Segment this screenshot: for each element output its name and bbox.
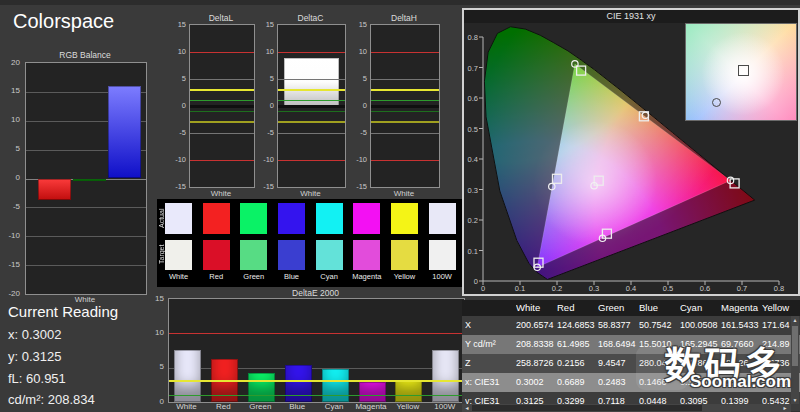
y-tick-label: 0.3: [463, 186, 478, 195]
y-tick-label: 0.7: [463, 64, 478, 73]
swatch-target-magenta: [353, 240, 380, 270]
y-tick-label: 0: [148, 397, 164, 406]
swatch-column-label: Cyan: [311, 272, 348, 281]
table-header-cell: Red: [557, 300, 596, 316]
y-tick-label: 5: [170, 74, 186, 83]
swatch-target-cyan: [316, 240, 343, 270]
swatch-column-label: White: [160, 272, 197, 281]
rgb-balance-plot: [25, 62, 147, 295]
swatch-column-label: Red: [198, 272, 235, 281]
ref-line: [190, 160, 254, 161]
bar-blue: [285, 365, 312, 402]
y-tick-label: -15: [170, 182, 186, 191]
ref-line: [278, 111, 345, 112]
vertical-scroll-thumb[interactable]: [792, 326, 798, 366]
colorspace-window: Colorspace RGB Balance 20151050-5-10-15-…: [0, 0, 800, 412]
table-header-cell: Yellow: [762, 300, 800, 316]
zero-axis: [371, 105, 439, 108]
y-tick-label: 0.2: [463, 216, 478, 225]
swatch-actual-red: [203, 203, 230, 234]
y-tick-label: 0: [351, 101, 367, 110]
x-tick-label: 0.8: [770, 284, 788, 293]
table-header-cell: Green: [598, 300, 637, 316]
scroll-up-icon[interactable]: ▲: [791, 316, 799, 324]
swatch-column-label: Magenta: [348, 272, 385, 281]
ref-line: [190, 89, 254, 91]
ref-line: [371, 89, 439, 91]
x-tick-label: 0.6: [696, 284, 714, 293]
x-tick-label: 0.4: [622, 284, 640, 293]
y-tick-label: 5: [258, 74, 274, 83]
table-horizontal-scrollbar[interactable]: ◄ ►: [462, 404, 791, 412]
table-cell: 168.6494: [598, 335, 637, 354]
scroll-down-icon[interactable]: ▼: [791, 396, 799, 404]
table-row-label: Y cd/m²: [465, 335, 514, 354]
bar-blue: [108, 86, 141, 178]
table-vertical-scrollbar[interactable]: ▲ ▼: [791, 316, 799, 404]
x-axis-label: Yellow: [389, 402, 426, 411]
chart-title: DeltaC: [263, 13, 358, 23]
x-axis-label: Red: [205, 402, 242, 411]
ref-line: [371, 52, 439, 53]
table-row[interactable]: X200.6574124.685358.837750.7542100.05081…: [462, 316, 800, 335]
table-cell: 0.2483: [598, 373, 637, 392]
table-header-cell: Blue: [639, 300, 678, 316]
reading-fl: fL: 60.951: [8, 371, 66, 386]
y-tick-label: 10: [351, 47, 367, 56]
y-tick-label: 10: [0, 115, 20, 124]
gridline: [26, 265, 146, 266]
swatch-actual-white: [165, 203, 192, 234]
y-tick-label: 10: [148, 328, 164, 337]
ref-line: [278, 79, 345, 80]
x-axis-label: White: [189, 189, 253, 198]
window-top-strip: [0, 0, 800, 5]
delta_c-plot: [277, 24, 346, 188]
x-tick-label: 0.3: [585, 284, 603, 293]
y-tick-label: 15: [148, 294, 164, 303]
y-tick-label: 0.8: [463, 33, 478, 42]
bar-green: [73, 179, 106, 182]
reading-cdm2: cd/m²: 208.834: [8, 392, 95, 407]
ref-line: [190, 79, 254, 80]
y-tick-label: 5: [351, 74, 367, 83]
table-cell: 124.6853: [557, 316, 596, 335]
scroll-left-icon[interactable]: ◄: [463, 404, 471, 412]
y-tick-label: 0: [258, 101, 274, 110]
x-axis-label: 100W: [426, 402, 463, 411]
watermark-subtext: Soomal.com: [690, 372, 791, 392]
table-header-cell: White: [516, 300, 555, 316]
swatch-actual-100w: [429, 203, 456, 234]
y-tick-label: 5: [148, 362, 164, 371]
x-axis-label: White: [277, 189, 344, 198]
ref-line: [371, 79, 439, 80]
ref-line: [278, 133, 345, 134]
swatch-column-label: Green: [235, 272, 272, 281]
y-tick-label: 0: [170, 101, 186, 110]
scroll-right-icon[interactable]: ►: [781, 404, 789, 412]
y-tick-label: 5: [0, 144, 20, 153]
ref-line: [169, 395, 464, 396]
horizontal-scroll-thumb[interactable]: [472, 405, 702, 411]
ref-line: [278, 100, 345, 101]
swatch-actual-yellow: [391, 203, 418, 234]
y-tick-label: 15: [170, 20, 186, 29]
gridline: [26, 236, 146, 237]
y-tick-label: -10: [351, 155, 367, 164]
zero-axis: [278, 105, 345, 108]
rgb-balance-y-axis: 20151050-5-10-15-20: [0, 62, 21, 293]
cie-whitepoint-inset: [685, 23, 797, 121]
ref-line: [190, 100, 254, 101]
swatch-target-red: [203, 240, 230, 270]
bar-yellow: [395, 381, 422, 402]
swatch-panel: Actual Target WhiteRedGreenBlueCyanMagen…: [157, 199, 463, 287]
table-cell: 161.5433: [721, 316, 760, 335]
y-tick-label: -5: [351, 128, 367, 137]
y-tick-label: -15: [0, 260, 20, 269]
reading-x: x: 0.3002: [8, 327, 62, 342]
y-tick-label: 10: [170, 47, 186, 56]
swatch-column-label: Blue: [273, 272, 310, 281]
delta-e-2000-plot: [168, 298, 465, 403]
swatch-actual-magenta: [353, 203, 380, 234]
ref-line: [190, 52, 254, 53]
y-tick-label: -5: [258, 128, 274, 137]
